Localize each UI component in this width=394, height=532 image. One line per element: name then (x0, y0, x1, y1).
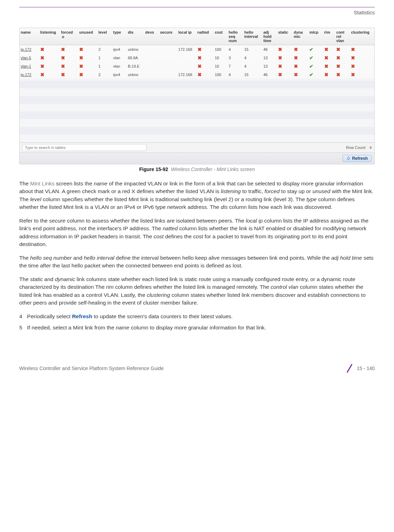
col-local-ip[interactable]: local ip (177, 28, 196, 45)
x-icon: ✖ (79, 47, 83, 52)
step-4: 4 Periodically select Refresh to update … (19, 313, 375, 320)
x-icon: ✖ (278, 55, 282, 61)
x-icon: ✖ (324, 63, 329, 69)
x-icon: ✖ (294, 47, 298, 52)
check-icon: ✔ (309, 55, 313, 61)
x-icon: ✖ (294, 72, 298, 77)
x-icon: ✖ (198, 72, 202, 77)
x-icon: ✖ (278, 63, 282, 69)
page-footer: Wireless Controller and Service Platform… (19, 363, 375, 373)
refresh-button-label: Refresh (352, 156, 368, 161)
x-icon: ✖ (40, 72, 44, 77)
x-icon: ✖ (336, 63, 340, 69)
x-icon: ✖ (61, 55, 65, 61)
col-listening[interactable]: listening (39, 28, 60, 45)
table-row: vlan-5✖✖✖1vlan68.8A✖103413✖✖✔✖✖✖ (20, 54, 374, 62)
figure-title: Wireless Controller - Mint Links screen (171, 166, 255, 172)
x-icon: ✖ (198, 55, 202, 61)
footer-decor-icon (346, 363, 353, 373)
name-link[interactable]: vlan-1 (20, 62, 39, 70)
x-icon: ✖ (324, 55, 329, 61)
x-icon: ✖ (61, 47, 65, 52)
col-forced-label: forced (61, 30, 73, 34)
figure-label: Figure 15-92 (139, 166, 168, 172)
x-icon: ✖ (351, 63, 355, 69)
table-row: vlan-1✖✖✖1vlanB.19.E✖107413✖✖✔✖✖✖ (20, 62, 374, 70)
x-icon: ✖ (40, 47, 44, 52)
col-secure[interactable]: secure (159, 28, 177, 45)
col-rim[interactable]: rim (323, 28, 336, 45)
col-dynamic[interactable]: dyna mic (293, 28, 309, 45)
step-5: 5 If needed, select a Mint link from the… (19, 324, 375, 332)
x-icon: ✖ (351, 55, 355, 61)
x-icon: ✖ (278, 47, 282, 52)
x-icon: ✖ (351, 47, 355, 52)
x-icon: ✖ (79, 63, 83, 69)
x-icon: ✖ (79, 55, 83, 61)
x-icon: ✖ (61, 72, 65, 77)
refresh-icon (346, 156, 351, 161)
col-hello-seq[interactable]: hello seq num (228, 28, 243, 45)
col-forced[interactable]: forced ◉ (60, 28, 78, 45)
x-icon: ✖ (324, 72, 329, 77)
x-icon: ✖ (336, 72, 340, 77)
footer-left: Wireless Controller and Service Platform… (19, 366, 164, 371)
body-paragraph-2: Refer to the secure column to assess whe… (19, 217, 375, 248)
x-icon: ✖ (198, 47, 202, 52)
col-cost[interactable]: cost (214, 28, 228, 45)
col-control-vlan[interactable]: cont rol vlan (335, 28, 350, 45)
table-row: ip-172✖✖✖2ipv4unkno172.168✖10041546✖✖✔✖✖… (20, 45, 374, 54)
body-paragraph-4: The static and dynamic link columns stat… (19, 275, 375, 307)
running-header: Statistics (19, 9, 375, 15)
col-natted[interactable]: natted (196, 28, 214, 45)
x-icon: ✖ (278, 72, 282, 77)
col-mlcp[interactable]: mlcp (308, 28, 323, 45)
check-icon: ✔ (309, 72, 313, 77)
body-paragraph-1: The Mint Links screen lists the name of … (19, 180, 375, 211)
sort-indicator-icon: ◉ (62, 35, 64, 39)
figure-caption: Figure 15-92 Wireless Controller - Mint … (19, 166, 375, 172)
col-dis[interactable]: dis (127, 28, 144, 45)
x-icon: ✖ (336, 47, 340, 52)
footer-page-number: 15 - 140 (357, 366, 375, 371)
row-count-label: Row Count: (346, 145, 366, 150)
x-icon: ✖ (351, 72, 355, 77)
col-unused[interactable]: unused (78, 28, 97, 45)
empty-rows-area (20, 79, 374, 142)
name-link[interactable]: ip-172 (20, 70, 39, 79)
table-row: ip-172✖✖✖2ipv4unkno172.168✖10041546✖✖✔✖✖… (20, 70, 374, 79)
check-icon: ✔ (309, 63, 313, 69)
row-count: Row Count: 4 (346, 145, 372, 150)
refresh-button[interactable]: Refresh (343, 155, 372, 162)
x-icon: ✖ (336, 55, 340, 61)
col-clustering[interactable]: clustering (350, 28, 374, 45)
x-icon: ✖ (294, 63, 298, 69)
mint-links-table: name listening forced ◉ unused level typ… (20, 28, 374, 79)
table-footer: Row Count: 4 (20, 142, 374, 152)
x-icon: ✖ (294, 55, 298, 61)
col-devs[interactable]: devs (144, 28, 159, 45)
table-header-row: name listening forced ◉ unused level typ… (20, 28, 374, 45)
name-link[interactable]: ip-172 (20, 45, 39, 54)
col-hello-interval[interactable]: hello interval (243, 28, 262, 45)
body-paragraph-3: The hello seq number and hello interval … (19, 254, 375, 270)
col-static[interactable]: static (277, 28, 293, 45)
row-count-value: 4 (369, 145, 372, 150)
x-icon: ✖ (79, 72, 83, 77)
button-bar: Refresh (20, 152, 374, 164)
search-input[interactable] (22, 144, 146, 151)
col-level[interactable]: level (97, 28, 112, 45)
x-icon: ✖ (40, 63, 44, 69)
check-icon: ✔ (309, 47, 313, 52)
x-icon: ✖ (198, 63, 202, 69)
name-link[interactable]: vlan-5 (20, 54, 39, 62)
x-icon: ✖ (40, 55, 44, 61)
mint-links-screenshot: name listening forced ◉ unused level typ… (19, 28, 375, 164)
col-adj-hold[interactable]: adj hold time (262, 28, 277, 45)
x-icon: ✖ (324, 47, 329, 52)
col-type[interactable]: type (112, 28, 127, 45)
col-name[interactable]: name (20, 28, 39, 45)
x-icon: ✖ (61, 63, 65, 69)
